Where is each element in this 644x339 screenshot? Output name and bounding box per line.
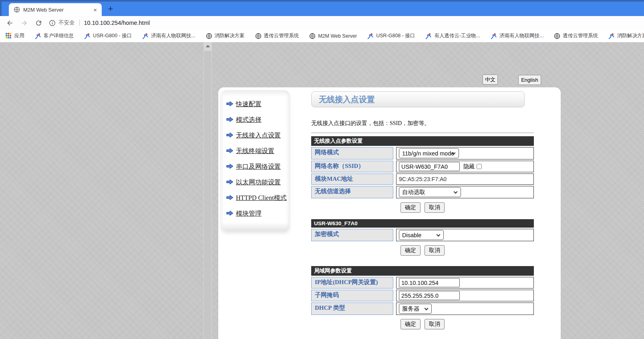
bookmark-item[interactable]: 应用 — [6, 32, 24, 39]
setting-label: IP地址(DHCP网关设置) — [311, 277, 393, 289]
page-title: 无线接入点设置 — [311, 91, 525, 107]
menu-arrow-icon — [226, 195, 236, 202]
section-header: USR-W630_F7A0 — [311, 219, 534, 228]
hidden-ssid-checkbox[interactable] — [477, 164, 482, 169]
settings-row: 网络名称（SSID）隐藏 — [311, 161, 534, 172]
scrollbar-up-button[interactable] — [203, 42, 212, 50]
cancel-button[interactable]: 取消 — [425, 202, 445, 213]
bookmark-item[interactable]: 消防解决方案 — [608, 32, 644, 39]
text-input[interactable] — [399, 278, 460, 287]
apps-grid-icon — [6, 33, 12, 39]
sidebar-menu-item[interactable]: 快速配置 — [226, 97, 290, 112]
button-row: 确定取消 — [311, 245, 534, 256]
sidebar-menu-card: 快速配置模式选择无线接入点设置无线终端设置串口及网络设置以太网功能设置HTTPD… — [221, 90, 290, 231]
up-arrow-icon — [206, 45, 210, 47]
settings-sections: 无线接入点参数设置网络模式11b/g/n mixed mode网络名称（SSID… — [311, 136, 534, 329]
settings-row: DHCP 类型服务器 — [311, 303, 534, 315]
forward-icon[interactable] — [19, 18, 29, 28]
usr-person-icon — [84, 33, 91, 39]
bookmark-item[interactable]: 济南有人物联网技... — [491, 32, 543, 39]
bookmark-item[interactable]: 消防解决方案 — [206, 32, 245, 39]
confirm-button[interactable]: 确定 — [400, 319, 421, 329]
confirm-button[interactable]: 确定 — [400, 245, 421, 256]
sidebar-link[interactable]: 模块管理 — [236, 210, 262, 218]
bookmark-item[interactable]: USR-G800 - 接口 — [84, 32, 132, 39]
settings-row: 子网掩码 — [311, 290, 534, 301]
text-input[interactable] — [399, 162, 460, 171]
page-background: 中文 English 快速配置模式选择无线接入点设置无线终端设置串口及网络设置以… — [0, 42, 644, 339]
tab-close-icon[interactable]: × — [92, 6, 99, 13]
address-bar[interactable]: 不安全 10.10.100.254/home.html — [49, 19, 150, 26]
bookmark-item[interactable]: 客户详细信息 — [35, 32, 74, 39]
sidebar-link[interactable]: 串口及网络设置 — [236, 163, 281, 171]
setting-value-cell: 隐藏 — [396, 161, 534, 172]
sidebar-menu-item[interactable]: 以太网功能设置 — [226, 175, 290, 190]
setting-label: 网络名称（SSID） — [311, 161, 393, 172]
usr-person-icon — [491, 33, 497, 39]
sidebar-link[interactable]: 以太网功能设置 — [236, 178, 281, 187]
bookmark-item[interactable]: USR-G808 - 接口 — [367, 32, 415, 39]
dropdown-select[interactable]: 服务器 — [399, 304, 432, 314]
usr-person-icon — [367, 33, 374, 39]
bookmark-item[interactable]: 透传云管理系统 — [554, 32, 598, 39]
scrollbar-thumb[interactable] — [204, 51, 211, 339]
globe-favicon-icon — [14, 6, 20, 13]
confirm-button[interactable]: 确定 — [400, 202, 421, 213]
setting-label: DHCP 类型 — [311, 303, 393, 315]
settings-row: IP地址(DHCP网关设置) — [311, 277, 534, 289]
sidebar-link[interactable]: 模式选择 — [236, 116, 262, 124]
vertical-scrollbar[interactable] — [203, 42, 212, 339]
bookmark-item[interactable]: 透传云管理系统 — [255, 32, 299, 39]
url-text: 10.10.100.254/home.html — [84, 20, 150, 26]
globe-icon — [255, 33, 262, 39]
url-separator — [79, 20, 80, 26]
menu-arrow-icon — [226, 117, 236, 124]
sidebar-menu-item[interactable]: 串口及网络设置 — [226, 159, 290, 175]
main-content: 无线接入点设置 无线接入点接口的设置，包括：SSID，加密等。 无线接入点参数设… — [311, 91, 534, 336]
chevron-down-icon — [425, 307, 429, 311]
sidebar-menu-item[interactable]: 无线终端设置 — [226, 143, 290, 159]
new-tab-button[interactable]: + — [105, 4, 116, 15]
dropdown-select[interactable]: 11b/g/n mixed mode — [399, 148, 459, 158]
bookmark-item[interactable]: 济南有人物联网技... — [142, 32, 195, 39]
sidebar-menu-item[interactable]: 无线接入点设置 — [226, 128, 290, 143]
sidebar-link[interactable]: HTTPD Client模式 — [236, 194, 287, 202]
bookmark-label: 有人透传云-工业物... — [434, 32, 480, 39]
dropdown-select[interactable]: 自动选取 — [399, 187, 461, 197]
back-icon[interactable] — [5, 18, 14, 28]
chinese-language-button[interactable]: 中文 — [483, 75, 498, 85]
text-input[interactable] — [399, 291, 460, 300]
cancel-button[interactable]: 取消 — [425, 245, 445, 256]
bookmark-label: 消防解决方案 — [215, 32, 245, 39]
english-language-button[interactable]: English — [518, 75, 541, 85]
dropdown-value: 11b/g/n mixed mode — [402, 150, 454, 157]
sidebar-link[interactable]: 无线终端设置 — [236, 147, 274, 155]
bookmark-item[interactable]: 有人透传云-工业物... — [425, 32, 480, 39]
globe-icon — [206, 33, 212, 39]
setting-label: 无线信道选择 — [311, 186, 393, 198]
settings-row: 加密模式Disable — [311, 229, 534, 241]
bookmark-item[interactable]: M2M Web Server — [309, 33, 357, 39]
info-icon[interactable] — [49, 20, 56, 26]
cancel-button[interactable]: 取消 — [425, 319, 445, 329]
reload-icon[interactable] — [34, 18, 43, 28]
sidebar-menu-item[interactable]: 模块管理 — [226, 206, 290, 222]
setting-value-cell: Disable — [396, 229, 534, 241]
sidebar-menu-item[interactable]: HTTPD Client模式 — [226, 190, 290, 206]
setting-label: 加密模式 — [311, 229, 393, 241]
bookmarks-bar: 应用客户详细信息USR-G800 - 接口济南有人物联网技...消防解决方案透传… — [0, 30, 644, 42]
tab-title: M2M Web Server — [23, 7, 92, 13]
browser-tab[interactable]: M2M Web Server × — [9, 3, 102, 16]
chevron-down-icon — [437, 233, 441, 237]
sidebar-link[interactable]: 无线接入点设置 — [236, 131, 281, 140]
globe-icon — [554, 33, 560, 39]
sidebar-link[interactable]: 快速配置 — [236, 100, 262, 109]
bookmark-label: 透传云管理系统 — [563, 32, 598, 39]
security-label: 不安全 — [58, 19, 75, 26]
sidebar-menu-item[interactable]: 模式选择 — [226, 112, 290, 128]
button-row: 确定取消 — [311, 319, 534, 329]
bookmark-label: 消防解决方案 — [617, 32, 644, 39]
dropdown-select[interactable]: Disable — [399, 230, 444, 240]
setting-value-cell: 9C:A5:25:23:F7:A0 — [396, 174, 534, 185]
menu-arrow-icon — [226, 148, 236, 155]
